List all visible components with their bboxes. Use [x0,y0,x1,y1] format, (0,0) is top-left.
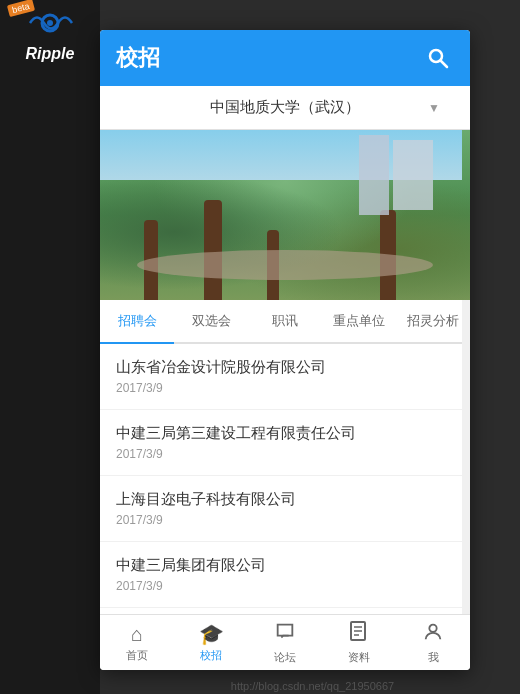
building-2 [359,135,389,215]
company-list: 山东省冶金设计院股份有限公司 2017/3/9 中建三局第三建设工程有限责任公司… [100,344,470,614]
bottom-nav: ⌂ 首页 🎓 校招 论坛 [100,614,470,670]
nav-forum[interactable]: 论坛 [248,615,322,670]
person-icon [422,621,444,648]
university-selector[interactable]: 中国地质大学（武汉） ▼ [100,86,470,130]
graduation-icon: 🎓 [199,622,224,646]
nav-profile[interactable]: 我 [396,615,470,670]
svg-line-3 [441,61,448,68]
tab-keyunits[interactable]: 重点单位 [322,300,396,342]
search-button[interactable] [422,42,454,74]
tab-analysis[interactable]: 招灵分析 [396,300,470,342]
nav-home[interactable]: ⌂ 首页 [100,615,174,670]
hero-image [100,130,470,300]
ripple-brand-text: Ripple [26,45,75,63]
svg-point-8 [429,624,436,631]
sidebar: beta Ripple [0,0,100,694]
nav-forum-label: 论坛 [274,650,296,665]
top-bar: 校招 [100,30,470,86]
tab-news[interactable]: 职讯 [248,300,322,342]
ripple-icon [25,3,75,43]
university-name: 中国地质大学（武汉） [210,98,360,117]
list-item-date: 2017/3/9 [116,381,454,395]
company-name: 山东省冶金设计院股份有限公司 [116,358,454,377]
nav-campus[interactable]: 🎓 校招 [174,615,248,670]
content-area: 中国地质大学（武汉） ▼ 招聘会 [100,86,470,614]
nav-profile-label: 我 [428,650,439,665]
company-name: 上海目迩电子科技有限公司 [116,490,454,509]
list-item-date: 2017/3/9 [116,513,454,527]
list-item[interactable]: 中建三局第三建设工程有限责任公司 2017/3/9 [100,410,470,476]
nav-resource-label: 资料 [348,650,370,665]
list-item[interactable]: 上海目迩电子科技有限公司 2017/3/9 [100,476,470,542]
company-name: 中建三局第三建设工程有限责任公司 [116,424,454,443]
chat-icon [274,621,296,648]
company-name: 中建三局集团有限公司 [116,556,454,575]
page-title: 校招 [116,43,160,73]
nav-campus-label: 校招 [200,648,222,663]
list-item[interactable]: 中建三局集团有限公司 2017/3/9 [100,542,470,608]
tab-fair[interactable]: 双选会 [174,300,248,342]
tab-bar: 招聘会 双选会 职讯 重点单位 招灵分析 [100,300,470,344]
list-item[interactable]: 山东省冶金设计院股份有限公司 2017/3/9 [100,344,470,410]
svg-point-1 [47,20,53,26]
chevron-down-icon: ▼ [428,101,440,115]
home-icon: ⌂ [131,623,143,646]
nav-resource[interactable]: 资料 [322,615,396,670]
stone-path [137,250,433,280]
tree-2 [204,200,222,300]
list-item-date: 2017/3/9 [116,579,454,593]
watermark: http://blog.csdn.net/qq_21950667 [105,680,520,692]
list-item-date: 2017/3/9 [116,447,454,461]
building-1 [393,140,433,210]
phone-frame: 校招 中国地质大学（武汉） ▼ [100,30,470,670]
campus-photo [100,130,470,300]
nav-home-label: 首页 [126,648,148,663]
ripple-logo: beta Ripple [0,0,100,66]
document-icon [349,621,369,648]
tab-recruitment[interactable]: 招聘会 [100,300,174,342]
